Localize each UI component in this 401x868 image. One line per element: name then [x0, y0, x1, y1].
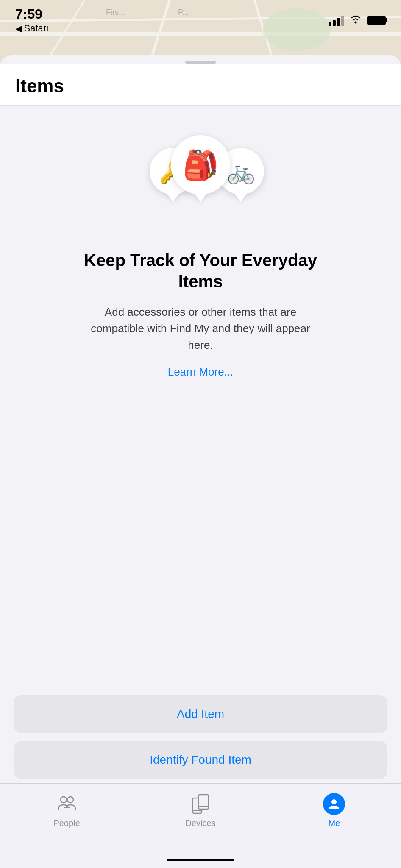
bag-emoji: 🎒 [183, 150, 219, 179]
tab-people-label: People [54, 818, 80, 828]
status-left: 7:59 Safari [15, 7, 48, 33]
sheet-header: Items [0, 64, 401, 106]
page-title: Items [15, 75, 386, 97]
content-description: Add accessories or other items that are … [78, 304, 323, 353]
bottom-sheet: Items 🔑 🎒 🚲 Keep Track of Your Everyday … [0, 55, 401, 868]
devices-icon [189, 792, 212, 816]
battery-icon [367, 16, 386, 25]
tab-devices-label: Devices [185, 818, 215, 828]
tab-me-label: Me [328, 818, 340, 828]
items-illustration: 🔑 🎒 🚲 [128, 131, 273, 233]
status-time: 7:59 [15, 7, 48, 22]
buttons-area: Add Item Identify Found Item [0, 695, 401, 779]
svg-point-15 [331, 799, 337, 804]
status-bar: 7:59 Safari [0, 0, 401, 34]
add-item-button[interactable]: Add Item [14, 695, 387, 733]
tab-bar: People Devices [0, 783, 401, 868]
tab-people[interactable]: People [42, 792, 92, 828]
identify-found-item-button[interactable]: Identify Found Item [14, 741, 387, 779]
sheet-content: 🔑 🎒 🚲 Keep Track of Your Everyday Items … [0, 106, 401, 378]
content-title: Keep Track of Your Everyday Items [82, 250, 319, 292]
tab-me[interactable]: Me [309, 792, 359, 828]
status-right [329, 14, 386, 26]
bag-pin: 🎒 [171, 135, 230, 195]
wifi-icon [349, 14, 362, 26]
tab-devices[interactable]: Devices [175, 792, 226, 828]
people-icon [55, 792, 79, 816]
svg-point-10 [67, 797, 73, 803]
bike-emoji: 🚲 [227, 160, 255, 183]
back-to-safari[interactable]: Safari [15, 23, 48, 34]
home-indicator [167, 859, 234, 861]
learn-more-link[interactable]: Learn More... [168, 365, 234, 378]
svg-point-8 [355, 22, 357, 24]
me-icon [322, 792, 346, 816]
signal-icon [329, 15, 344, 26]
svg-point-9 [61, 797, 67, 803]
